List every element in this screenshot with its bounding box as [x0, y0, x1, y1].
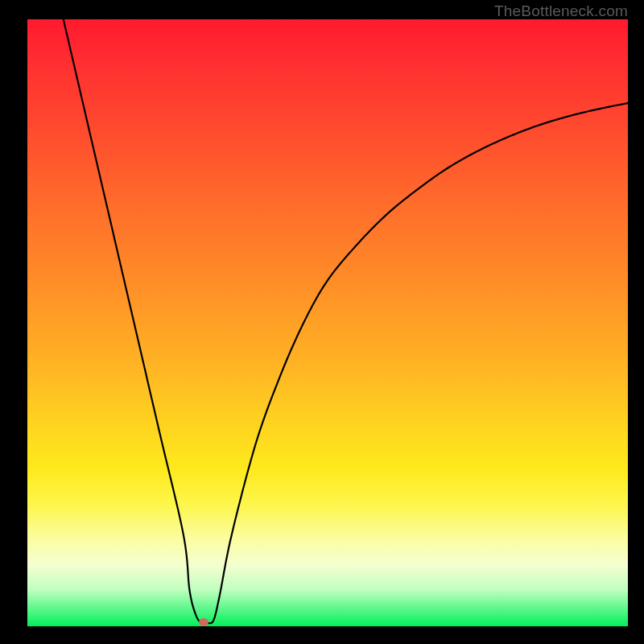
chart-frame: TheBottleneck.com: [0, 0, 644, 644]
bottleneck-curve: [0, 0, 644, 644]
curve-path: [64, 19, 628, 624]
optimal-point-marker: [199, 618, 208, 626]
watermark-text: TheBottleneck.com: [494, 2, 628, 20]
